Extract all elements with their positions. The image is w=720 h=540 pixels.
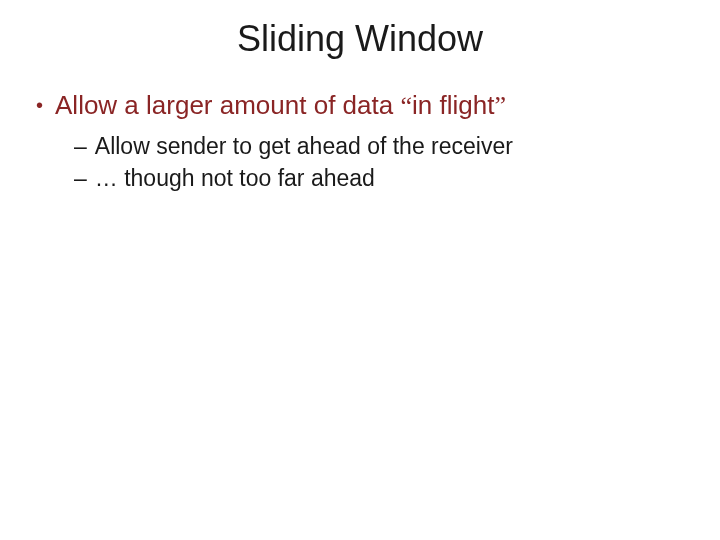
slide-title: Sliding Window [120, 18, 600, 60]
bullet-item: – … though not too far ahead [74, 163, 690, 193]
dash-marker-icon: – [74, 163, 87, 193]
quote-close: ” [494, 91, 506, 120]
bullet-text: Allow sender to get ahead of the receive… [95, 131, 513, 161]
bullet-item: – Allow sender to get ahead of the recei… [74, 131, 690, 161]
bullet-text: … though not too far ahead [95, 163, 375, 193]
bullet-text: Allow a larger amount of data “in flight… [55, 88, 506, 123]
quote-open: “ [400, 91, 412, 120]
bullet-item: • Allow a larger amount of data “in flig… [36, 88, 690, 123]
bullet-list-level-2: – Allow sender to get ahead of the recei… [74, 131, 690, 193]
slide-container: Sliding Window • Allow a larger amount o… [0, 0, 720, 540]
bullet-marker-icon: • [36, 88, 43, 122]
bullet-text-prefix: Allow a larger amount of data [55, 90, 400, 120]
bullet-list-level-1: • Allow a larger amount of data “in flig… [36, 88, 690, 123]
bullet-text-quoted: in flight [412, 90, 494, 120]
dash-marker-icon: – [74, 131, 87, 161]
